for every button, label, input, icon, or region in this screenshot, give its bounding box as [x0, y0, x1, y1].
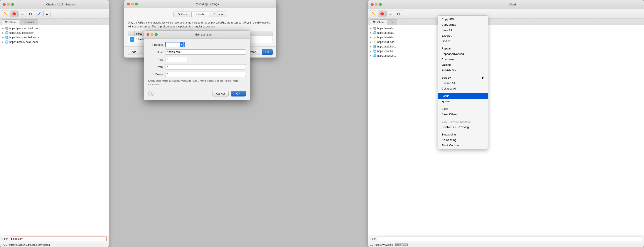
- rs-add-btn[interactable]: Add: [128, 49, 140, 55]
- el-query-input[interactable]: [165, 72, 246, 77]
- checkbox-checked[interactable]: ✓: [130, 37, 134, 42]
- toolbar-pen-btn[interactable]: 🖊️: [35, 10, 42, 17]
- el-protocol-select[interactable]: ▼: [165, 42, 185, 47]
- right-globe-6: 🌐: [373, 54, 376, 57]
- chevron-icon-3: ▶: [2, 41, 4, 43]
- right-tree-item-4[interactable]: ▶ 🌐 https://sp1.bai...: [368, 44, 644, 49]
- right-tab-bar: Structure Se: [368, 18, 644, 25]
- rs-maximize-btn[interactable]: [135, 2, 138, 6]
- right-tree-list: ▶ 🌐 https://www.b... ▶ 🌐 https://h-adas.…: [368, 25, 644, 59]
- el-hint: Empty fields match all values. Wildcards…: [148, 79, 246, 86]
- toolbar-cloud-btn[interactable]: ☁️: [18, 10, 26, 17]
- filter-input[interactable]: [10, 236, 107, 241]
- el-query-row: Query:: [148, 72, 246, 77]
- cm-no-caching[interactable]: No Caching: [438, 137, 488, 143]
- right-lightning-2: ⚡: [373, 36, 376, 39]
- left-status-bar: POST https://h-adashx.ut.taobao.com/uplo…: [0, 243, 109, 247]
- cm-expand-all[interactable]: Expand All: [438, 80, 488, 86]
- cm-breakpoints[interactable]: Breakpoints: [438, 132, 488, 137]
- el-port-input[interactable]: [165, 57, 187, 62]
- el-ok-btn[interactable]: OK: [231, 90, 246, 96]
- el-select-arrow[interactable]: ▼: [180, 42, 184, 47]
- cm-disable-ssl-proxying[interactable]: Disable SSL Proxying: [438, 124, 488, 130]
- cm-validate[interactable]: Validate: [438, 62, 488, 68]
- toolbar-more-btn[interactable]: C: [43, 10, 51, 17]
- minimize-button[interactable]: [7, 3, 10, 6]
- cm-clear[interactable]: Clear: [438, 106, 488, 112]
- cm-repeat-advanced[interactable]: Repeat Advanced...: [438, 51, 488, 57]
- right-toolbar: ✏️ 🔴 ☁️ ⬡: [368, 9, 644, 18]
- toolbar-pencil-btn[interactable]: ✏️: [2, 10, 9, 17]
- chevron-icon-2: ▶: [2, 36, 4, 38]
- el-minimize-btn[interactable]: [151, 33, 154, 36]
- rs-ok-btn[interactable]: OK: [262, 49, 273, 55]
- rs-row-checkbox[interactable]: ✓: [128, 36, 134, 43]
- el-cancel-btn[interactable]: Cancel: [212, 90, 228, 96]
- toolbar-filter-btn[interactable]: ⬡: [27, 10, 34, 17]
- right-tab-sequence[interactable]: Se: [388, 20, 397, 25]
- right-tree-item-5[interactable]: ▶ 🌐 https://sp2.bai...: [368, 49, 644, 53]
- cm-block-cookies[interactable]: Block Cookies: [438, 143, 488, 148]
- right-close-btn[interactable]: [371, 3, 374, 6]
- rs-tab-include[interactable]: Include: [191, 12, 209, 17]
- tree-item-3[interactable]: ▶ 🌐 https://nsclick.baidu.com: [0, 40, 109, 44]
- tab-structure[interactable]: Structure: [2, 20, 19, 25]
- cm-find-in[interactable]: Find In...: [438, 38, 488, 44]
- rs-col-check: [128, 31, 134, 36]
- right-maximize-btn[interactable]: [379, 3, 382, 6]
- cm-save-all[interactable]: Save All...: [438, 28, 488, 33]
- el-title: Edit Location: [159, 33, 248, 36]
- rs-minimize-btn[interactable]: [131, 2, 134, 6]
- right-minimize-btn[interactable]: [375, 3, 378, 6]
- toolbar-record-btn[interactable]: 🔴: [10, 10, 18, 17]
- rs-tab-options[interactable]: Options: [173, 12, 191, 17]
- cm-copy-urls[interactable]: Copy URLs: [438, 22, 488, 28]
- right-tree-item-0[interactable]: ▶ 🌐 https://www.b...: [368, 26, 644, 30]
- left-tree-list: ▶ 🌐 https://passport.baidu.com ▶ 🌐 https…: [0, 25, 109, 45]
- rs-tab-bar: Options Include Exclude: [128, 12, 273, 17]
- cm-focus[interactable]: Focus: [438, 93, 488, 99]
- cm-clear-others[interactable]: Clear Others: [438, 112, 488, 117]
- tab-sequence[interactable]: Sequence: [20, 20, 38, 25]
- left-content: ▶ 🌐 https://passport.baidu.com ▶ 🌐 https…: [0, 25, 109, 235]
- cm-export[interactable]: Export...: [438, 33, 488, 38]
- right-title-bar: Charl: [368, 0, 644, 9]
- rs-tab-exclude[interactable]: Exclude: [209, 12, 228, 17]
- right-tree-item-2[interactable]: ▶ ⚡ https://dss0.b...: [368, 35, 644, 40]
- right-toolbar-pencil[interactable]: ✏️: [370, 10, 377, 17]
- right-tree-label-5: https://sp2.bai...: [377, 50, 396, 53]
- right-toolbar-filter[interactable]: ⬡: [395, 10, 402, 17]
- tree-item-2[interactable]: ▶ 🌐 https://wappass.baidu.com: [0, 35, 109, 40]
- el-path-input[interactable]: [165, 64, 246, 70]
- cm-publish-gist[interactable]: Publish Gist: [438, 68, 488, 73]
- right-tree-item-6[interactable]: ▶ 🌐 https://passpo...: [368, 53, 644, 58]
- cm-sort-by[interactable]: Sort By ▶: [438, 75, 488, 80]
- right-tree-label-2: https://dss0.b...: [377, 36, 395, 39]
- cm-copy-url[interactable]: Copy URL: [438, 16, 488, 22]
- tree-item-1[interactable]: ▶ 🌐 https://sp0.baidu.com: [0, 30, 109, 35]
- right-chevron-2: ▶: [370, 36, 372, 38]
- el-port-row: Port:: [148, 57, 246, 62]
- chevron-icon-1: ▶: [2, 32, 4, 34]
- tree-item-0[interactable]: ▶ 🌐 https://passport.baidu.com: [0, 26, 109, 30]
- maximize-button[interactable]: [11, 3, 14, 6]
- globe-icon-1: 🌐: [5, 31, 8, 34]
- right-tree-item-1[interactable]: ▶ 🌐 https://h-adas...: [368, 30, 644, 35]
- el-help-btn[interactable]: ?: [148, 91, 154, 96]
- el-traffic-lights: [146, 33, 158, 36]
- right-filter-input[interactable]: [378, 236, 642, 241]
- cm-compose[interactable]: Compose: [438, 57, 488, 62]
- right-tab-structure[interactable]: Structure: [370, 20, 387, 25]
- el-query-label: Query:: [148, 73, 164, 76]
- el-close-btn[interactable]: [146, 33, 149, 36]
- cm-repeat[interactable]: Repeat: [438, 46, 488, 51]
- right-toolbar-cloud[interactable]: ☁️: [386, 10, 394, 17]
- cm-collapse-all[interactable]: Collapse All: [438, 86, 488, 91]
- el-host-input[interactable]: [165, 50, 246, 55]
- el-maximize-btn[interactable]: [155, 33, 158, 36]
- right-toolbar-record[interactable]: 🔴: [378, 10, 386, 17]
- cm-ignore[interactable]: Ignore: [438, 99, 488, 104]
- close-button[interactable]: [3, 3, 6, 6]
- right-tree-item-3[interactable]: ▶ ⚡ https://ss1.bds...: [368, 40, 644, 44]
- rs-close-btn[interactable]: [127, 2, 130, 6]
